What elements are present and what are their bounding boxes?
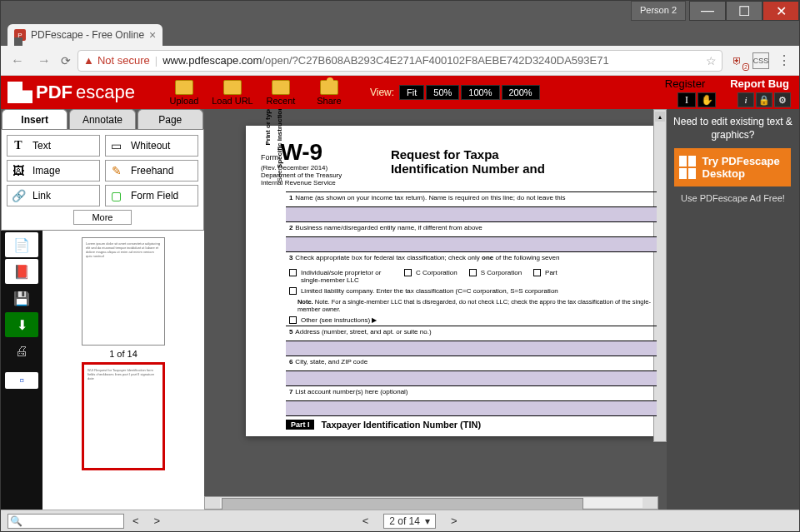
tab-page[interactable]: Page — [138, 109, 203, 129]
side-window-icon[interactable]: ▫ — [5, 372, 38, 389]
report-bug-link[interactable]: Report Bug — [730, 77, 789, 90]
text-tool-icon: T — [11, 138, 26, 153]
chk-other[interactable]: Other (see instructions) ▶ — [289, 316, 377, 324]
tool-freehand[interactable]: ✎Freehand — [105, 160, 198, 181]
address-bar[interactable]: ▲ Not secure | www.pdfescape.com/open/?C… — [78, 50, 722, 72]
logo-icon — [8, 82, 32, 103]
profile-chip[interactable]: Person 2 — [631, 1, 686, 21]
pencil-icon: ✎ — [109, 163, 124, 178]
try-desktop-button[interactable]: Try PDFescape Desktop — [674, 148, 791, 186]
more-tools-button[interactable]: More — [73, 210, 132, 225]
zoom-fit-button[interactable]: Fit — [399, 85, 424, 100]
checkbox-row-3: Other (see instructions) ▶ — [286, 315, 657, 326]
checkbox-row-2: Limited liability company. Enter the tax… — [286, 286, 657, 296]
share-button[interactable]: Share — [305, 80, 353, 106]
image-tool-icon: 🖼 — [11, 163, 26, 178]
side-print-icon[interactable]: 🖨 — [5, 339, 38, 364]
thumbnail-list[interactable]: Lorem ipsum dolor sit amet consectetur a… — [42, 231, 204, 510]
bookmark-star-icon[interactable]: ☆ — [706, 54, 717, 67]
promo-text: Need to edit existing text & graphics? — [672, 116, 794, 142]
pdfescape-logo[interactable]: PDFescape — [8, 82, 135, 103]
whiteout-icon: ▭ — [109, 138, 124, 153]
window-titlebar: Person 2 — ☐ ✕ — [1, 1, 799, 21]
nav-forward-icon[interactable]: → — [34, 53, 54, 68]
llc-note: Note. Note. For a single-member LLC that… — [286, 296, 657, 315]
nav-back-icon[interactable]: ← — [8, 53, 28, 68]
hand-cursor-icon[interactable]: ✋ — [698, 92, 716, 107]
zoom-200-button[interactable]: 200% — [502, 85, 540, 100]
thumbnail-1[interactable]: Lorem ipsum dolor sit amet consectetur a… — [82, 237, 165, 346]
gear-icon[interactable]: ⚙ — [774, 92, 791, 107]
side-download-icon[interactable]: ⬇ — [5, 312, 38, 337]
tab-annotate[interactable]: Annotate — [69, 109, 135, 129]
field-7[interactable]: 7List account number(s) here (optional) — [286, 386, 657, 401]
zoom-100-button[interactable]: 100% — [461, 85, 499, 100]
tool-text[interactable]: TText — [7, 135, 100, 157]
chk-scorp[interactable]: S Corporation — [469, 269, 522, 276]
link-icon: 🔗 — [11, 188, 26, 203]
lock-icon[interactable]: 🔒 — [756, 92, 772, 107]
register-link[interactable]: Register — [665, 77, 705, 90]
tool-whiteout[interactable]: ▭Whiteout — [105, 135, 198, 157]
checkbox-row-1: Individual/sole proprietor or single-mem… — [286, 267, 657, 286]
info-icon[interactable]: i — [738, 92, 754, 107]
pdf-page[interactable]: Form W-9 (Rev. December 2014) Department… — [246, 126, 667, 436]
field-3: 3Check appropriate box for federal tax c… — [286, 252, 657, 267]
maximize-button[interactable]: ☐ — [726, 1, 762, 21]
load-url-button[interactable]: Load URL — [208, 80, 257, 106]
thumb-prev-icon[interactable]: < — [132, 515, 139, 527]
chk-individual[interactable]: Individual/sole proprietor or single-mem… — [289, 269, 392, 284]
css-ext-icon[interactable]: CSS — [752, 52, 769, 69]
minimize-button[interactable]: — — [689, 1, 726, 21]
page-scroll-area[interactable]: ▴ Form W-9 (Rev. December 2014) Departme… — [204, 109, 667, 496]
folder-clock-icon — [272, 80, 290, 95]
tab-insert[interactable]: Insert — [2, 109, 68, 129]
side-tools: 📄 📕 💾 ⬇ 🖨 ▫ — [1, 231, 42, 510]
upload-button[interactable]: Upload — [160, 80, 208, 106]
security-warning[interactable]: ▲ Not secure — [83, 54, 150, 67]
browser-menu-icon[interactable]: ⋮ — [776, 52, 792, 69]
scroll-up-icon[interactable]: ▴ — [655, 112, 665, 122]
share-icon — [320, 80, 338, 95]
favicon-icon: P — [14, 29, 26, 41]
field-1[interactable]: 1Name (as shown on your income tax retur… — [286, 192, 657, 207]
thumbnail-2[interactable]: W-9 Request for Taxpayer Identification … — [82, 362, 165, 470]
field-2[interactable]: 2Business name/disregarded entity name, … — [286, 222, 657, 237]
ad-free-link[interactable]: Use PDFescape Ad Free! — [681, 193, 785, 203]
spacer — [286, 371, 657, 386]
thumb-next-icon[interactable]: > — [154, 515, 161, 527]
spacer — [286, 401, 657, 416]
field-6[interactable]: 6City, state, and ZIP code — [286, 356, 657, 371]
recent-button[interactable]: Recent — [257, 80, 305, 106]
side-pages-icon[interactable]: 📄 — [5, 232, 38, 257]
chk-ccorp[interactable]: C Corporation — [404, 269, 458, 276]
tab-close-icon[interactable]: × — [149, 28, 156, 42]
page-next-icon[interactable]: > — [451, 515, 458, 527]
page-prev-icon[interactable]: < — [362, 515, 369, 527]
tool-formfield[interactable]: ▢Form Field — [105, 185, 198, 206]
close-button[interactable]: ✕ — [762, 1, 799, 21]
ublock-icon[interactable]: ⛨2 — [729, 52, 746, 69]
side-save-icon[interactable]: 💾 — [5, 286, 38, 311]
spacer — [286, 207, 657, 222]
url-text: www.pdfescape.com/open/?C27B608AB293C4E2… — [162, 54, 609, 67]
chevron-down-icon: ▾ — [425, 515, 430, 527]
tool-image[interactable]: 🖼Image — [7, 160, 100, 181]
horizontal-scrollbar[interactable] — [204, 496, 658, 510]
tab-title: PDFescape - Free Online — [31, 29, 144, 41]
chk-partner[interactable]: Part — [533, 269, 558, 276]
folder-up-icon — [175, 80, 193, 95]
spacer — [286, 237, 657, 252]
side-doc-icon[interactable]: 📕 — [5, 259, 38, 284]
address-row: ← → ⟳ ▲ Not secure | www.pdfescape.com/o… — [1, 46, 799, 76]
search-input[interactable]: 🔍 — [8, 514, 124, 529]
right-promo-panel: Need to edit existing text & graphics? T… — [667, 109, 799, 510]
page-select[interactable]: 2 of 14▾ — [383, 514, 436, 529]
browser-tab[interactable]: P PDFescape - Free Online × — [8, 24, 162, 46]
text-cursor-icon[interactable]: I — [678, 92, 696, 107]
tool-link[interactable]: 🔗Link — [7, 185, 100, 206]
chk-llc[interactable]: Limited liability company. Enter the tax… — [289, 287, 558, 295]
zoom-50-button[interactable]: 50% — [426, 85, 459, 100]
reload-icon[interactable]: ⟳ — [61, 54, 71, 67]
field-5[interactable]: 5Address (number, street, and apt. or su… — [286, 326, 657, 341]
